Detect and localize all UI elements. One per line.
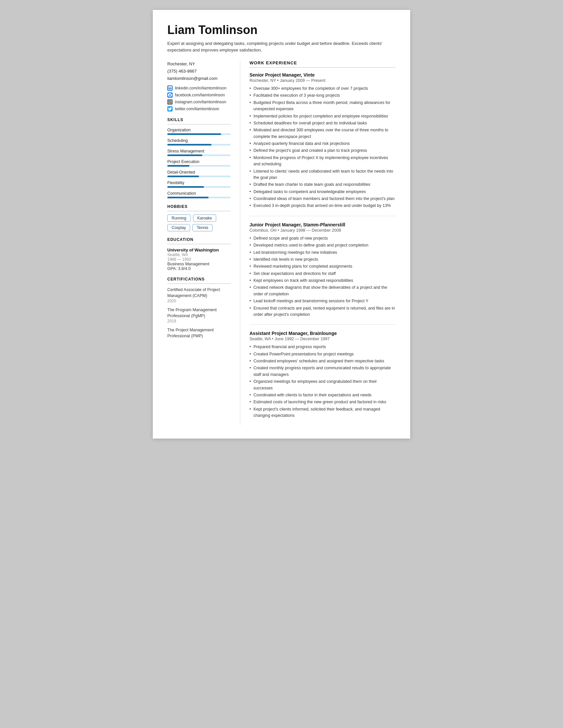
social-facebook[interactable]: facebook.com/liamtomlinson	[167, 92, 231, 98]
hobby-tag: Karoake	[193, 215, 216, 222]
job-bullet: Created network diagrams that show the d…	[249, 284, 396, 297]
job-bullet: Created PowerPoint presentations for pro…	[249, 351, 396, 357]
education-section: EDUCATION University of Washington Seatt…	[167, 237, 231, 271]
job-bullet: Motivated and directed 300 employees ove…	[249, 127, 396, 140]
job-bullet: Defined the project's goal and created a…	[249, 148, 396, 154]
work-experience-title: WORK EXPERIENCE	[249, 60, 396, 65]
right-column: WORK EXPERIENCE Senior Project Manager, …	[240, 60, 396, 425]
certifications-title: CERTIFICATIONS	[167, 277, 231, 281]
skill-bar-fill	[167, 176, 199, 177]
skill-bar-bg	[167, 133, 231, 135]
skill-bar-bg	[167, 144, 231, 146]
job-title: Junior Project Manager, Stamm-Pfannersti…	[249, 222, 396, 227]
hobbies-divider	[167, 211, 231, 211]
skill-item: Detail-Oriented	[167, 170, 231, 177]
job-bullet: Scheduled deadlines for overall project …	[249, 120, 396, 126]
edu-years: 1988 — 1992	[167, 257, 231, 262]
job-title: Assistant Project Manager, Brainlounge	[249, 331, 396, 336]
job-bullet: Delegated tasks to competent and knowled…	[249, 189, 396, 195]
job-bullet: Ensured that contracts are paid, rented …	[249, 305, 396, 318]
social-twitter[interactable]: twitter.com/liamtomlinson	[167, 106, 231, 112]
edu-name: University of Washington	[167, 248, 231, 252]
instagram-url: instagram.com/liamtomlinson	[175, 100, 226, 104]
linkedin-icon	[167, 85, 173, 91]
job-bullet: Budgeted Project Beta across a three mon…	[249, 100, 396, 113]
skills-list: Organization Scheduling Stress Managemen…	[167, 128, 231, 198]
twitter-icon	[167, 106, 173, 112]
skill-bar-fill	[167, 197, 209, 198]
job-bullets: Defined scope and goals of new projectsD…	[249, 235, 396, 318]
education-item: University of Washington Seattle, WA 198…	[167, 248, 231, 271]
skill-item: Flexibility	[167, 181, 231, 188]
candidate-summary: Expert at assigning and delegating tasks…	[167, 40, 396, 53]
job-separator	[249, 324, 396, 325]
edu-degree: Business Management	[167, 262, 231, 266]
education-divider	[167, 244, 231, 244]
contact-phone: (375) 463-9867	[167, 68, 231, 75]
social-links: linkedin.com/in/liamtomlinson facebook.c…	[167, 85, 231, 112]
skill-name: Flexibility	[167, 181, 231, 185]
job-bullet: Coordinated ideas of team members and fa…	[249, 196, 396, 202]
skill-item: Stress Management	[167, 149, 231, 156]
contact-location: Rochester, NY	[167, 60, 231, 68]
job-bullet: Monitored the progress of Project X by i…	[249, 155, 396, 168]
social-instagram[interactable]: instagram.com/liamtomlinson	[167, 99, 231, 105]
facebook-icon	[167, 92, 173, 98]
twitter-url: twitter.com/liamtomlinson	[175, 107, 219, 111]
job-bullet: Coordinated employees' schedules and ass…	[249, 358, 396, 364]
skill-item: Communication	[167, 191, 231, 198]
job-meta: Rochester, NY • January 2009 — Present	[249, 78, 396, 83]
skill-name: Project Execution	[167, 159, 231, 164]
cert-year: 2020	[167, 299, 231, 303]
job-bullet: Analyzed quarterly financial data and ri…	[249, 141, 396, 147]
certifications-divider	[167, 283, 231, 284]
facebook-url: facebook.com/liamtomlinson	[175, 93, 225, 97]
job-bullet: Kept project's clients informed, solicit…	[249, 406, 396, 419]
cert-name: The Program Management Professional (PgM…	[167, 307, 231, 319]
skill-bar-fill	[167, 133, 221, 135]
certifications-list: Certified Associate of Project Managemen…	[167, 287, 231, 339]
job-separator	[249, 216, 396, 216]
job-bullet: Executed 3 in-depth projects that arrive…	[249, 203, 396, 209]
main-layout: Rochester, NY (375) 463-9867 liamtomlins…	[167, 60, 396, 425]
skill-name: Detail-Oriented	[167, 170, 231, 175]
job-bullet: Reviewed marketing plans for completed a…	[249, 263, 396, 270]
skill-name: Communication	[167, 191, 231, 196]
certification-item: The Program Management Professional (PgM…	[167, 307, 231, 323]
job-bullet: Developed metrics used to define goals a…	[249, 242, 396, 248]
hobby-tag: Tennis	[192, 224, 213, 231]
skill-bar-fill	[167, 154, 202, 156]
job-bullet: Defined scope and goals of new projects	[249, 235, 396, 242]
job-item: Assistant Project Manager, Brainlounge S…	[249, 331, 396, 419]
certifications-section: CERTIFICATIONS Certified Associate of Pr…	[167, 277, 231, 339]
contact-email: liamtomlinson@gmail.com	[167, 75, 231, 82]
job-bullet: Organized meetings for employees and con…	[249, 379, 396, 391]
hobby-tag: Running	[167, 215, 191, 222]
skill-name: Organization	[167, 128, 231, 132]
skill-bar-fill	[167, 186, 204, 188]
linkedin-url: linkedin.com/in/liamtomlinson	[175, 86, 226, 90]
instagram-icon	[167, 99, 173, 105]
job-bullets: Prepared financial and progress reportsC…	[249, 344, 396, 419]
candidate-name: Liam Tomlinson	[167, 23, 396, 37]
edu-location: Seattle, WA	[167, 252, 231, 257]
contact-section: Rochester, NY (375) 463-9867 liamtomlins…	[167, 60, 231, 82]
resume-header: Liam Tomlinson Expert at assigning and d…	[167, 23, 396, 53]
hobbies-list: RunningKaroakeCosplayTennis	[167, 215, 231, 231]
skill-item: Project Execution	[167, 159, 231, 167]
job-bullet: Facilitated the execution of 3 year-long…	[249, 92, 396, 99]
work-divider	[249, 67, 396, 68]
job-bullet: Implemented policies for project complet…	[249, 113, 396, 119]
social-linkedin[interactable]: linkedin.com/in/liamtomlinson	[167, 85, 231, 91]
skill-item: Scheduling	[167, 138, 231, 146]
skill-name: Scheduling	[167, 138, 231, 143]
job-bullet: Set clear expectations and directions fo…	[249, 271, 396, 277]
job-bullet: Oversaw 300+ employees for the completio…	[249, 85, 396, 92]
cert-name: Certified Associate of Project Managemen…	[167, 287, 231, 299]
certification-item: The Project Management Professional (PMP…	[167, 327, 231, 339]
job-bullet: Identified risk levels in new projects	[249, 256, 396, 263]
skills-divider	[167, 124, 231, 124]
skill-bar-bg	[167, 165, 231, 167]
skill-item: Organization	[167, 128, 231, 135]
education-list: University of Washington Seattle, WA 198…	[167, 248, 231, 271]
